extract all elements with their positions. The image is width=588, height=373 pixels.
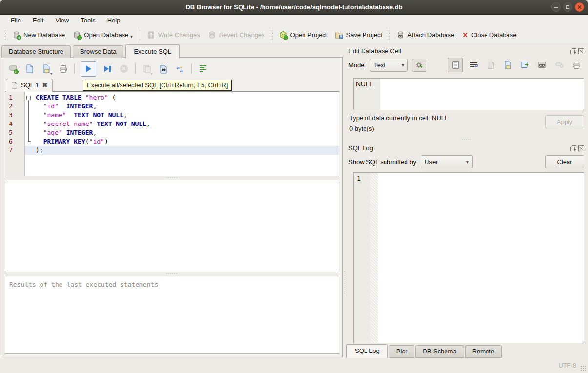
close-database-button[interactable]: ✕ Close Database [458, 28, 520, 41]
stop-execution-button: ✕ [119, 63, 129, 74]
open-database-button[interactable]: → Open Database ▾ [69, 28, 137, 41]
tab-execute-sql[interactable]: Execute SQL [125, 44, 180, 58]
tab-db-schema[interactable]: DB Schema [415, 345, 464, 358]
float-dock-icon[interactable] [570, 145, 576, 151]
attach-database-button[interactable]: Attach Database [392, 28, 458, 41]
results-message-pane[interactable]: Results of the last executed statements [5, 276, 339, 354]
code-line[interactable]: PRIMARY KEY("id") [25, 137, 339, 146]
resize-grip[interactable] [580, 365, 587, 372]
cell-word-wrap-button[interactable] [468, 59, 480, 71]
statusbar: UTF-8 [0, 358, 588, 373]
execute-all-button[interactable] [81, 61, 96, 77]
cell-editor-toolbar [448, 58, 584, 72]
close-database-icon: ✕ [462, 31, 468, 39]
close-button[interactable]: ✕ [575, 2, 584, 12]
pane-splitter[interactable]: ······ [5, 272, 339, 276]
float-dock-icon[interactable] [570, 48, 576, 54]
toolbar-handle[interactable] [387, 30, 391, 41]
encoding-indicator[interactable]: UTF-8 [558, 362, 576, 369]
app-window: DB Browser for SQLite - /home/user/code/… [0, 0, 588, 373]
right-panel: Edit Database Cell Mode: Text ▾ [345, 44, 588, 358]
cell-print-icon [572, 61, 581, 69]
print-button[interactable] [58, 63, 68, 74]
results-placeholder: Results of the last executed statements [9, 281, 158, 288]
sql-log-view[interactable]: 1 [353, 172, 584, 343]
filter-label: Show SQL submitted by [348, 158, 416, 166]
sql-editor[interactable]: 1234567 − CREATE TABLE "hero" ( "id" INT… [5, 91, 339, 176]
clear-log-button[interactable]: Clear [545, 155, 584, 168]
open-database-menu-caret[interactable]: ▾ [130, 34, 133, 39]
menu-edit[interactable]: Edit [27, 16, 49, 25]
log-source-select[interactable]: User ▾ [421, 155, 473, 168]
minimize-button[interactable] [551, 2, 561, 12]
open-file-icon [26, 64, 34, 73]
menu-tools[interactable]: Tools [75, 16, 101, 25]
open-project-button[interactable]: → Open Project [275, 28, 331, 41]
export-cell-data-button[interactable] [502, 59, 514, 71]
code-line[interactable]: CREATE TABLE "hero" ( [25, 93, 339, 102]
toolbar-handle[interactable] [270, 30, 274, 41]
word-wrap-button[interactable] [198, 63, 208, 74]
code-line[interactable]: "age" INTEGER, [25, 128, 339, 137]
tab-plot[interactable]: Plot [389, 345, 414, 358]
code-line[interactable]: "secret_name" TEXT NOT NULL, [25, 120, 339, 128]
save-project-button[interactable]: Save Project [331, 28, 386, 41]
mode-select[interactable]: Text ▾ [370, 59, 408, 72]
set-null-button [553, 59, 565, 71]
tab-sql-log[interactable]: SQL Log [346, 344, 388, 358]
new-database-button[interactable]: + New Database [8, 28, 69, 41]
tab-remote[interactable]: Remote [465, 345, 502, 358]
close-sql-tab-icon[interactable]: ✖ [42, 82, 47, 89]
tab-database-structure[interactable]: Database Structure [1, 45, 71, 58]
dock-splitter[interactable]: ······ [346, 138, 585, 143]
open-in-external-button[interactable] [519, 59, 531, 71]
cell-mode-row: Mode: Text ▾ [346, 56, 585, 75]
sql-file-tab[interactable]: SQL 1 ✖ [6, 79, 53, 92]
fold-marker-icon[interactable]: − [26, 96, 31, 100]
copy-link-button[interactable] [536, 59, 548, 71]
results-grid[interactable] [5, 180, 339, 272]
execute-current-line-button[interactable] [102, 63, 113, 74]
titlebar[interactable]: DB Browser for SQLite - /home/user/code/… [0, 0, 588, 15]
cell-size-info: 0 byte(s) [349, 125, 448, 132]
text-mode-button[interactable] [448, 58, 463, 72]
open-sql-file-button[interactable] [24, 63, 35, 74]
sql-log-dock-header: SQL Log [346, 143, 585, 153]
code-line[interactable]: "id" INTEGER, [25, 102, 339, 111]
menu-help[interactable]: Help [101, 16, 126, 25]
code-line[interactable]: "name" TEXT NOT NULL, [25, 111, 339, 120]
auto-switch-mode-button[interactable] [412, 59, 426, 72]
pane-splitter[interactable]: ······ [5, 176, 339, 180]
chevron-down-icon: ▾ [402, 62, 404, 68]
cell-word-wrap-icon [470, 62, 478, 68]
save-file-icon [42, 64, 50, 73]
menu-view[interactable]: View [49, 16, 75, 25]
cell-value: NULL [356, 80, 373, 88]
window-controls: ✕ [551, 2, 584, 12]
cell-value-editor[interactable]: NULL [353, 78, 584, 110]
print-cell-button[interactable] [570, 59, 582, 71]
find-button[interactable] [158, 63, 169, 74]
code-area[interactable]: − CREATE TABLE "hero" ( "id" INTEGER, "n… [25, 92, 339, 176]
close-dock-icon[interactable] [578, 48, 584, 54]
main-tabbar: Database Structure Browse Data Execute S… [0, 44, 343, 58]
close-dock-icon[interactable] [578, 145, 584, 151]
toolbar-handle[interactable] [3, 30, 7, 41]
format-sql-icon: aa [176, 65, 184, 73]
import-icon [487, 61, 495, 69]
tab-browse-data[interactable]: Browse Data [73, 45, 123, 58]
window-title: DB Browser for SQLite - /home/user/code/… [0, 3, 588, 11]
save-menu-caret[interactable]: ▾ [50, 72, 52, 76]
edit-cell-dock-header: Edit Database Cell [346, 45, 585, 56]
sql-log-filter-row: Show SQL submitted by User ▾ Clear [346, 153, 585, 171]
write-changes-button: Write Changes [143, 28, 204, 41]
save-sql-file-button[interactable]: ▾ [41, 63, 52, 74]
code-line[interactable]: ); [25, 146, 339, 155]
menu-file[interactable]: File [5, 16, 27, 25]
dock-vertical-splitter[interactable] [343, 44, 345, 358]
left-panel: Database Structure Browse Data Execute S… [0, 44, 343, 358]
maximize-button[interactable] [563, 2, 572, 12]
revert-changes-icon [208, 31, 216, 39]
open-sql-tab-button[interactable]: + [8, 63, 19, 74]
format-sql-button[interactable]: aa [175, 63, 185, 74]
